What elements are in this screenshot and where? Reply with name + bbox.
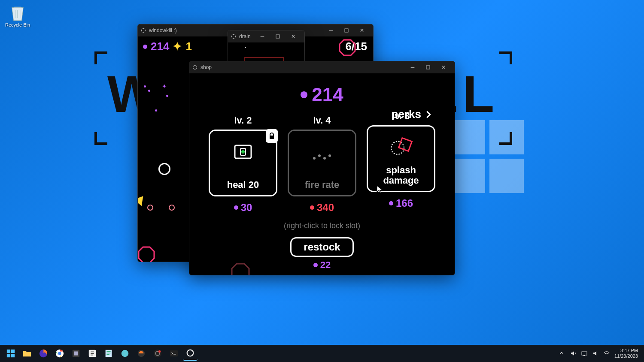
notepad-icon[interactable] bbox=[101, 346, 116, 361]
system-tray: 3:47 PM 11/23/2023 bbox=[559, 348, 641, 359]
clock[interactable]: 3:47 PM 11/23/2023 bbox=[614, 348, 638, 359]
titlebar[interactable]: drain ─ ✕ bbox=[228, 30, 304, 42]
svg-point-26 bbox=[122, 350, 129, 357]
obs-icon[interactable] bbox=[150, 346, 165, 361]
perks-button[interactable]: perks bbox=[392, 108, 433, 121]
window-title: shop bbox=[200, 64, 212, 70]
taskbar: 3:47 PM 11/23/2023 bbox=[0, 345, 644, 362]
player-circle bbox=[158, 163, 170, 175]
slot-name: splash damage bbox=[383, 165, 419, 186]
maximize-button[interactable] bbox=[420, 61, 436, 73]
svg-point-11 bbox=[328, 154, 331, 157]
svg-rect-16 bbox=[11, 350, 15, 353]
app-icon[interactable] bbox=[134, 346, 149, 361]
heal-icon bbox=[234, 145, 252, 161]
recycle-bin-label: Recycle Bin bbox=[5, 22, 30, 27]
svg-rect-33 bbox=[582, 352, 587, 355]
shop-card-splash[interactable]: splash damage bbox=[367, 125, 435, 192]
maximize-button[interactable] bbox=[339, 24, 354, 36]
titlebar[interactable]: shop ─ ✕ bbox=[189, 61, 455, 73]
app-icon[interactable] bbox=[69, 346, 83, 361]
window-title: windowkill :) bbox=[149, 27, 177, 33]
svg-rect-34 bbox=[583, 355, 585, 356]
svg-rect-5 bbox=[270, 136, 274, 139]
battery-icon[interactable] bbox=[592, 350, 599, 357]
wifi-icon[interactable] bbox=[603, 350, 610, 357]
shop-card-firerate[interactable]: fire rate bbox=[288, 130, 356, 196]
svg-rect-31 bbox=[170, 350, 178, 357]
app-icon bbox=[193, 65, 197, 69]
enemy-octagon bbox=[231, 262, 250, 275]
tray-chevron-icon[interactable] bbox=[559, 350, 565, 357]
close-button[interactable]: ✕ bbox=[354, 24, 370, 36]
shop-slot: lv. 4 fire rate 340 bbox=[288, 115, 356, 214]
currency-dot-icon bbox=[143, 45, 147, 49]
slot-level: lv. 4 bbox=[288, 115, 356, 126]
svg-rect-3 bbox=[276, 35, 279, 38]
svg-rect-0 bbox=[345, 29, 348, 32]
date-label: 11/23/2023 bbox=[614, 353, 638, 359]
lock-icon bbox=[266, 129, 278, 143]
app-icon bbox=[141, 28, 146, 33]
currency-dot-icon bbox=[301, 91, 307, 98]
svg-point-9 bbox=[318, 154, 321, 157]
currency-value: 214 bbox=[151, 40, 169, 53]
slot-name: fire rate bbox=[305, 180, 340, 190]
maximize-button[interactable] bbox=[270, 30, 286, 42]
svg-rect-4 bbox=[426, 66, 430, 69]
currency-dot-icon bbox=[313, 263, 318, 267]
close-button[interactable]: ✕ bbox=[436, 61, 451, 73]
currency-dot-icon bbox=[389, 201, 393, 205]
shop-card-heal[interactable]: heal 20 bbox=[209, 130, 277, 196]
svg-rect-15 bbox=[7, 350, 10, 353]
svg-point-8 bbox=[313, 157, 316, 160]
lock-hint: (right-click to lock slot) bbox=[189, 221, 455, 230]
diamond-icon: ✦ bbox=[173, 40, 182, 53]
shop-currency: 214 bbox=[312, 84, 343, 106]
minimize-button[interactable]: ─ bbox=[323, 24, 339, 36]
windows-logo bbox=[451, 120, 524, 193]
terminal-icon[interactable] bbox=[167, 346, 181, 361]
cursor-icon bbox=[377, 185, 383, 194]
svg-rect-18 bbox=[11, 354, 15, 357]
perks-label: perks bbox=[392, 108, 421, 121]
svg-rect-13 bbox=[399, 138, 412, 151]
slot-level: lv. 2 bbox=[209, 115, 277, 126]
slot-price: 340 bbox=[317, 202, 334, 214]
svg-point-21 bbox=[58, 352, 61, 355]
slot-price: 30 bbox=[241, 202, 252, 214]
svg-marker-1 bbox=[340, 40, 355, 55]
restock-price: 22 bbox=[320, 259, 331, 271]
svg-rect-25 bbox=[106, 350, 112, 357]
close-button[interactable]: ✕ bbox=[286, 30, 301, 42]
currency-dot-icon bbox=[234, 205, 238, 210]
windowkill-icon[interactable] bbox=[183, 346, 197, 361]
app-icon bbox=[231, 34, 236, 39]
restock-button[interactable]: restock bbox=[290, 237, 353, 257]
explorer-icon[interactable] bbox=[20, 346, 34, 361]
svg-marker-14 bbox=[232, 264, 249, 275]
app-icon[interactable] bbox=[118, 346, 132, 361]
shop-window[interactable]: shop ─ ✕ 214 perks lv. 2 bbox=[189, 61, 455, 275]
volume-icon[interactable] bbox=[570, 350, 577, 357]
app-icon[interactable] bbox=[85, 346, 100, 361]
svg-marker-2 bbox=[139, 247, 154, 262]
svg-rect-23 bbox=[74, 351, 78, 355]
enemy-octagon bbox=[339, 39, 356, 56]
splash-icon bbox=[389, 136, 413, 158]
svg-point-32 bbox=[187, 350, 194, 356]
start-button[interactable] bbox=[3, 346, 18, 361]
svg-point-30 bbox=[158, 350, 161, 353]
shop-slot: lv. 3 splash damage 166 bbox=[367, 111, 435, 214]
slot-name: heal 20 bbox=[227, 180, 259, 190]
currency-dot-icon bbox=[310, 205, 314, 210]
firefox-icon[interactable] bbox=[36, 346, 51, 361]
window-title: drain bbox=[239, 33, 251, 39]
enemy-octagon bbox=[138, 246, 155, 262]
recycle-bin-icon[interactable]: Recycle Bin bbox=[4, 3, 31, 27]
minimize-button[interactable]: ─ bbox=[255, 30, 270, 42]
chrome-icon[interactable] bbox=[52, 346, 67, 361]
chevron-right-icon bbox=[424, 110, 433, 119]
minimize-button[interactable]: ─ bbox=[405, 61, 420, 73]
network-icon[interactable] bbox=[581, 350, 588, 357]
